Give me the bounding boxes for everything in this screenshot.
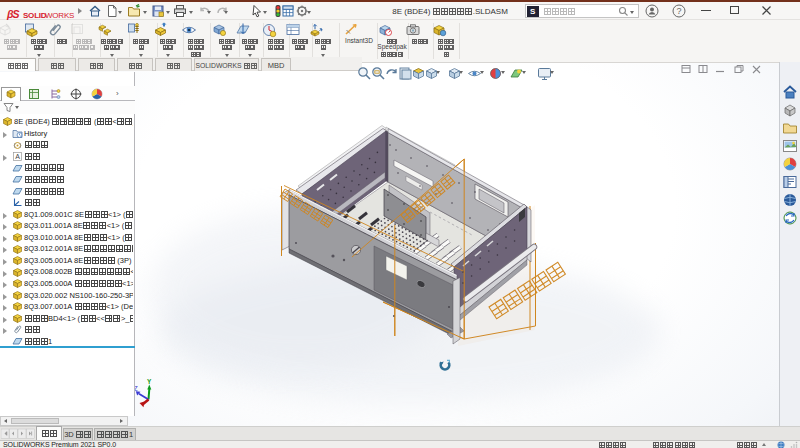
svg-text:Y: Y: [147, 378, 152, 385]
svg-text:A: A: [15, 153, 20, 160]
